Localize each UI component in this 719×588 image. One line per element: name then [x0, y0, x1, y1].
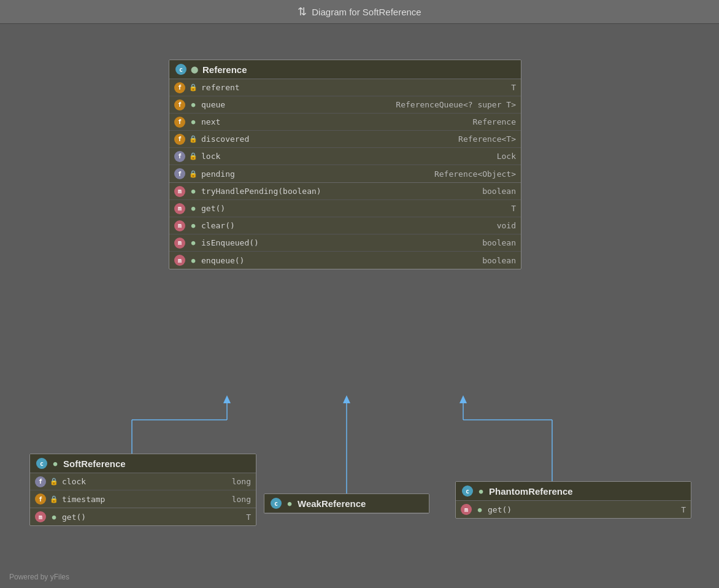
badge-m: m — [174, 220, 185, 231]
badge-f-static: f — [174, 151, 185, 162]
vis-lock: 🔒 — [189, 170, 198, 178]
vis-lock: 🔒 — [50, 478, 58, 485]
field-referent-name: referent — [201, 83, 507, 92]
softref-method-get: m ● get() T — [30, 508, 256, 525]
weakreference-class-header: c ● WeakReference — [264, 494, 429, 513]
vis-circle: ● — [477, 487, 485, 495]
field-timestamp-type: long — [232, 495, 251, 504]
field-referent-type: T — [511, 83, 516, 92]
vis-lock: 🔒 — [189, 152, 198, 160]
method-enqueue: m ● enqueue() boolean — [169, 252, 521, 269]
vis-circle: ● — [189, 239, 198, 247]
title-text: Diagram for SoftReference — [312, 7, 421, 17]
reference-badge-c: c — [175, 64, 186, 75]
field-pending-name: pending — [201, 169, 431, 179]
method-tryhandlepending: m ● tryHandlePending(boolean) boolean — [169, 183, 521, 200]
field-next-type: Reference — [473, 117, 516, 126]
vis-circle: ● — [51, 460, 60, 468]
reference-fields: f 🔒 referent T f ● queue ReferenceQueue<… — [169, 79, 521, 183]
badge-f: f — [174, 99, 185, 110]
weakreference-badge-c: c — [271, 498, 282, 509]
softreference-methods: m ● get() T — [30, 508, 256, 525]
reference-class-header: c ⬤ Reference — [169, 60, 521, 79]
weakreference-class-box: c ● WeakReference — [264, 493, 429, 514]
softreference-fields: f 🔒 clock long f 🔒 timestamp long — [30, 473, 256, 508]
vis-circle: ● — [475, 506, 484, 514]
phantom-method-get-type: T — [681, 505, 686, 514]
vis-circle: ● — [285, 500, 294, 508]
softreference-class-box: c ● SoftReference f 🔒 clock long f 🔒 tim… — [29, 454, 256, 526]
method-clear-name: clear() — [201, 221, 493, 230]
method-tryhandlepending-name: tryHandlePending(boolean) — [201, 187, 479, 196]
badge-f-static2: f — [174, 168, 185, 179]
field-clock-type: long — [232, 477, 251, 486]
badge-f: f — [174, 117, 185, 128]
svg-marker-5 — [343, 395, 350, 403]
vis-circle: ● — [189, 187, 198, 195]
field-timestamp: f 🔒 timestamp long — [30, 490, 256, 508]
method-isenqueued-name: isEnqueued() — [201, 238, 479, 247]
weakreference-class-name: WeakReference — [298, 498, 366, 509]
diagram-icon: ⇅ — [298, 5, 307, 18]
method-tryhandlepending-type: boolean — [482, 187, 516, 196]
field-next: f ● next Reference — [169, 114, 521, 131]
method-enqueue-name: enqueue() — [201, 256, 479, 265]
vis-circle: ● — [189, 257, 198, 265]
field-pending: f 🔒 pending Reference<Object> — [169, 165, 521, 182]
badge-m: m — [174, 255, 185, 266]
field-clock-name: clock — [62, 477, 228, 486]
diagram-area: c ⬤ Reference f 🔒 referent T f ● queue R… — [0, 24, 719, 587]
phantomreference-methods: m ● get() T — [456, 501, 691, 518]
field-lock-type: Lock — [497, 152, 516, 161]
method-clear-type: void — [497, 221, 516, 230]
phantomreference-badge-c: c — [462, 485, 473, 497]
svg-marker-3 — [223, 395, 231, 403]
badge-m: m — [174, 238, 185, 249]
badge-m: m — [174, 186, 185, 197]
phantomreference-class-name: PhantomReference — [489, 486, 573, 497]
method-get-type: T — [511, 204, 516, 213]
vis-circle: ● — [189, 204, 198, 212]
vis-lock: 🔒 — [50, 495, 58, 503]
method-enqueue-type: boolean — [482, 256, 516, 265]
powered-by: Powered by yFiles — [9, 573, 69, 581]
field-lock-name: lock — [201, 152, 493, 161]
vis-circle: ● — [189, 222, 198, 230]
phantom-method-get-name: get() — [488, 505, 677, 514]
method-isenqueued: m ● isEnqueued() boolean — [169, 234, 521, 252]
phantom-method-get: m ● get() T — [456, 501, 691, 518]
badge-f: f — [174, 134, 185, 145]
svg-marker-9 — [459, 395, 467, 403]
field-clock: f 🔒 clock long — [30, 473, 256, 490]
badge-m: m — [461, 504, 472, 515]
reference-methods: m ● tryHandlePending(boolean) boolean m … — [169, 183, 521, 269]
vis-circle: ● — [189, 118, 198, 126]
softreference-badge-c: c — [36, 458, 47, 469]
field-timestamp-name: timestamp — [62, 495, 228, 504]
badge-f: f — [35, 493, 46, 505]
field-queue: f ● queue ReferenceQueue<? super T> — [169, 96, 521, 114]
reference-vis: ⬤ — [190, 66, 199, 74]
method-get: m ● get() T — [169, 200, 521, 217]
phantomreference-class-box: c ● PhantomReference m ● get() T — [455, 481, 691, 519]
phantomreference-class-header: c ● PhantomReference — [456, 482, 691, 501]
badge-m: m — [174, 203, 185, 214]
vis-circle: ● — [50, 513, 58, 521]
field-discovered: f 🔒 discovered Reference<T> — [169, 131, 521, 148]
badge-f-static: f — [35, 476, 46, 487]
field-queue-type: ReferenceQueue<? super T> — [396, 100, 516, 109]
field-next-name: next — [201, 117, 469, 126]
reference-class-name: Reference — [202, 64, 247, 75]
badge-f: f — [174, 82, 185, 93]
softref-method-get-name: get() — [62, 513, 242, 522]
field-lock: f 🔒 lock Lock — [169, 148, 521, 165]
reference-class-box: c ⬤ Reference f 🔒 referent T f ● queue R… — [169, 60, 521, 269]
field-referent: f 🔒 referent T — [169, 79, 521, 96]
method-clear: m ● clear() void — [169, 217, 521, 234]
field-discovered-name: discovered — [201, 134, 455, 144]
badge-m: m — [35, 511, 46, 522]
vis-lock: 🔒 — [189, 83, 198, 91]
vis-circle: ● — [189, 101, 198, 109]
field-pending-type: Reference<Object> — [434, 169, 516, 179]
softref-method-get-type: T — [246, 513, 251, 522]
